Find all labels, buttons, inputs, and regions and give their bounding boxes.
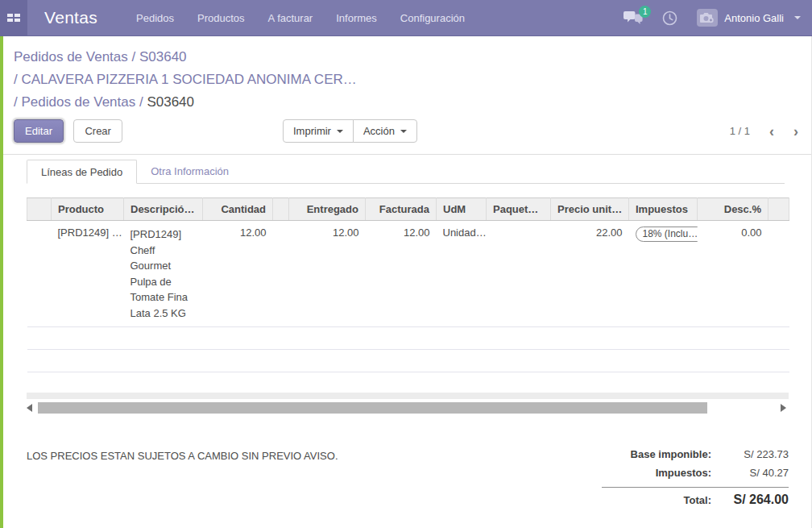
order-lines-table: Producto Descripció… Cantidad Entregado … xyxy=(27,197,789,393)
col-cantidad[interactable]: Cantidad xyxy=(203,198,273,221)
col-udm[interactable]: UdM xyxy=(437,198,487,221)
camera-placeholder-icon xyxy=(700,12,715,23)
scroll-right-arrow-icon[interactable] xyxy=(781,403,789,414)
cell-cantidad[interactable]: 12.00 xyxy=(203,221,273,327)
cell-precio-unitario[interactable]: 22.00 xyxy=(551,221,629,327)
tab-otra-informacion[interactable]: Otra Información xyxy=(137,160,242,183)
edit-button[interactable]: Editar xyxy=(14,119,64,143)
total-value: S/ 264.00 xyxy=(711,493,789,507)
col-descripcion[interactable]: Descripció… xyxy=(124,198,203,221)
cell-descripcion[interactable]: [PRD1249] Cheff Gourmet Pulpa de Tomate … xyxy=(124,221,203,327)
col-spacer xyxy=(273,198,289,221)
control-panel: Editar Crear Imprimir Acción 1 / 1 ‹ › xyxy=(14,119,798,147)
impuestos-label: Impuestos: xyxy=(656,467,711,479)
activity-clock-button[interactable] xyxy=(662,10,677,26)
totals-block: Base imponible: S/ 223.73 Impuestos: S/ … xyxy=(602,445,789,510)
col-descuento[interactable]: Desc.% xyxy=(698,198,768,221)
messages-button[interactable]: 1 xyxy=(624,11,643,25)
cell-facturada[interactable]: 12.00 xyxy=(366,221,437,327)
messages-count-badge: 1 xyxy=(639,6,651,18)
form-sheet: Líneas de Pedido Otra Información Produc… xyxy=(3,155,811,510)
scroll-left-arrow-icon[interactable] xyxy=(27,403,35,414)
print-dropdown-button[interactable]: Imprimir xyxy=(283,119,354,143)
col-handle xyxy=(27,198,52,221)
pager-counter: 1 / 1 xyxy=(730,125,750,137)
breadcrumb-link-pedidos-de-ventas[interactable]: Pedidos de Ventas xyxy=(14,49,128,64)
breadcrumb-link-customer[interactable]: CALAVERA PIZZERIA 1 SOCIEDAD ANONIMA CER… xyxy=(21,72,356,87)
total-label: Total: xyxy=(684,494,711,506)
top-navbar: Ventas Pedidos Productos A facturar Info… xyxy=(0,0,812,36)
tab-lineas-de-pedido[interactable]: Líneas de Pedido xyxy=(27,160,137,184)
table-header-row: Producto Descripció… Cantidad Entregado … xyxy=(27,198,789,221)
breadcrumb-separator: / xyxy=(135,94,147,110)
app-title: Ventas xyxy=(44,8,97,27)
col-trailing xyxy=(768,198,789,221)
col-producto[interactable]: Producto xyxy=(52,198,124,221)
caret-down-icon xyxy=(337,130,343,133)
list-footer-strip xyxy=(27,393,789,399)
action-label: Acción xyxy=(363,125,395,137)
total-row-grand: Total: S/ 264.00 xyxy=(602,489,789,510)
caret-down-icon xyxy=(400,130,407,133)
row-handle-cell xyxy=(27,221,52,327)
scrollbar-track[interactable] xyxy=(38,402,777,414)
impuestos-value: S/ 40.27 xyxy=(711,467,789,479)
clock-icon xyxy=(662,10,677,26)
cell-spacer xyxy=(273,221,289,327)
col-paquete[interactable]: Paquet… xyxy=(487,198,551,221)
create-button[interactable]: Crear xyxy=(73,119,122,143)
empty-row xyxy=(27,327,789,350)
pager-next-button[interactable]: › xyxy=(793,126,798,137)
col-precio-unitario[interactable]: Precio unit… xyxy=(551,198,629,221)
menu-productos[interactable]: Productos xyxy=(197,12,245,24)
menu-a-facturar[interactable]: A facturar xyxy=(268,12,313,24)
avatar xyxy=(697,9,718,27)
breadcrumb-current: S03640 xyxy=(147,94,194,110)
breadcrumb-link-pedidos-de-ventas-2[interactable]: Pedidos de Ventas xyxy=(21,94,135,110)
pager-previous-button[interactable]: ‹ xyxy=(769,126,774,137)
user-menu[interactable]: Antonio Galli xyxy=(697,9,801,27)
horizontal-scrollbar[interactable] xyxy=(27,401,789,415)
menu-configuracion[interactable]: Configuración xyxy=(400,12,465,24)
base-imponible-label: Base imponible: xyxy=(631,448,711,460)
main-menu: Pedidos Productos A facturar Informes Co… xyxy=(136,12,465,24)
sheet-footer: LOS PRECIOS ESTAN SUJETOS A CAMBIO SIN P… xyxy=(27,445,789,510)
chevron-down-icon xyxy=(794,16,801,19)
base-imponible-value: S/ 223.73 xyxy=(711,448,789,460)
cell-paquete[interactable] xyxy=(487,221,551,327)
apps-menu-button[interactable] xyxy=(0,0,27,35)
breadcrumb: Pedidos de Ventas / S03640 / CALAVERA PI… xyxy=(3,36,811,114)
cell-trailing xyxy=(768,221,789,327)
scrollbar-thumb[interactable] xyxy=(38,402,707,414)
col-entregado[interactable]: Entregado xyxy=(289,198,366,221)
cell-entregado[interactable]: 12.00 xyxy=(289,221,366,327)
col-facturada[interactable]: Facturada xyxy=(366,198,437,221)
total-row-impuestos: Impuestos: S/ 40.27 xyxy=(602,464,789,482)
tax-badge: 18% (Inclu… xyxy=(636,227,698,242)
user-name: Antonio Galli xyxy=(724,12,784,24)
cell-producto[interactable]: [PRD1249] … xyxy=(52,221,124,327)
notebook-tabs: Líneas de Pedido Otra Información xyxy=(27,160,785,184)
cell-udm[interactable]: Unidad… xyxy=(437,221,487,327)
total-row-base: Base imponible: S/ 223.73 xyxy=(602,445,789,464)
col-impuestos[interactable]: Impuestos xyxy=(629,198,698,221)
empty-row xyxy=(27,350,789,372)
menu-informes[interactable]: Informes xyxy=(336,12,377,24)
apps-grid-icon xyxy=(7,14,20,22)
page-body: Pedidos de Ventas / S03640 / CALAVERA PI… xyxy=(0,36,812,528)
breadcrumb-link-s03640[interactable]: S03640 xyxy=(139,49,187,64)
menu-pedidos[interactable]: Pedidos xyxy=(136,12,174,24)
print-label: Imprimir xyxy=(293,125,331,137)
empty-row xyxy=(27,372,789,393)
table-row[interactable]: [PRD1249] … [PRD1249] Cheff Gourmet Pulp… xyxy=(27,221,789,327)
terms-note: LOS PRECIOS ESTAN SUJETOS A CAMBIO SIN P… xyxy=(27,450,338,510)
totals-divider xyxy=(602,487,789,488)
cell-descuento[interactable]: 0.00 xyxy=(698,221,768,327)
cell-impuestos[interactable]: 18% (Inclu… xyxy=(629,221,698,327)
action-dropdown-button[interactable]: Acción xyxy=(353,119,417,143)
breadcrumb-separator: / xyxy=(128,49,139,64)
